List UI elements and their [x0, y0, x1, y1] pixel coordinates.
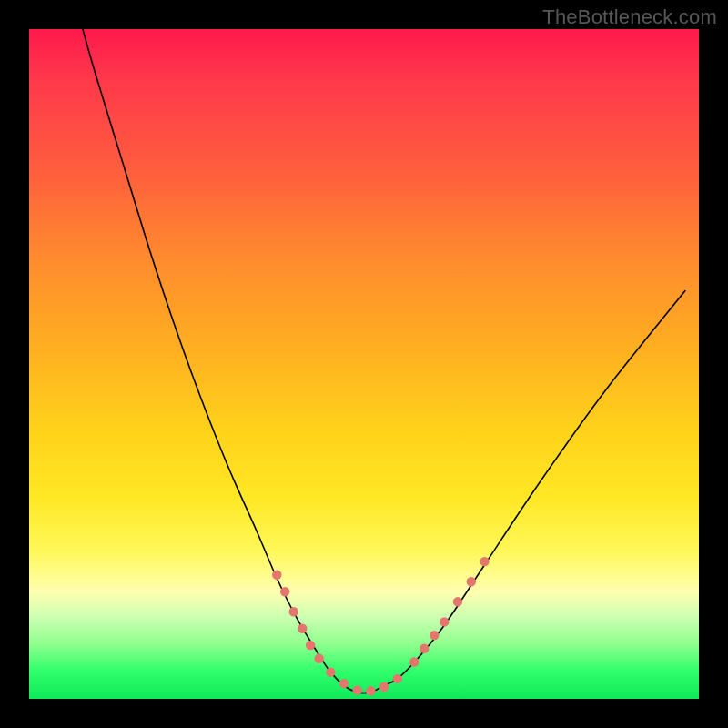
marker-group: [272, 557, 490, 696]
marker-dot: [366, 686, 375, 695]
marker-dot: [480, 557, 489, 566]
marker-dot: [339, 679, 349, 688]
marker-dot: [315, 654, 324, 663]
marker-dot: [440, 617, 449, 626]
marker-dot: [430, 631, 439, 640]
attribution-text: TheBottleneck.com: [542, 5, 717, 29]
curve-svg: [29, 29, 699, 699]
marker-dot: [298, 624, 307, 633]
bottleneck-curve: [83, 29, 685, 693]
marker-dot: [467, 577, 476, 586]
marker-dot: [393, 674, 402, 683]
marker-dot: [453, 597, 462, 606]
marker-dot: [420, 644, 429, 653]
marker-dot: [352, 685, 361, 694]
chart-stage: TheBottleneck.com: [0, 0, 728, 728]
marker-dot: [326, 667, 335, 676]
marker-dot: [379, 682, 389, 692]
plot-area: [29, 29, 699, 699]
marker-dot: [280, 587, 289, 596]
marker-dot: [289, 607, 298, 616]
marker-dot: [306, 641, 315, 650]
marker-dot: [272, 571, 281, 580]
marker-dot: [410, 657, 419, 666]
